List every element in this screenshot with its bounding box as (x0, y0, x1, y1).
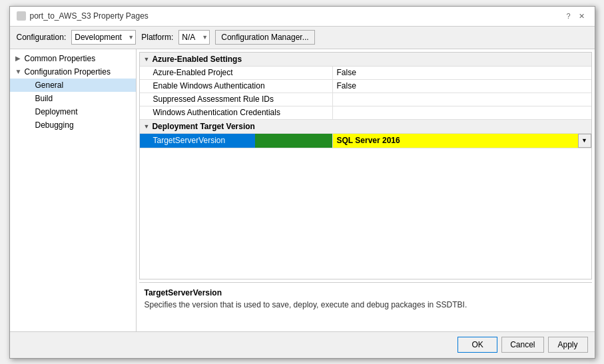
deployment-version-title: Deployment Target Version (152, 122, 254, 131)
cancel-button[interactable]: Cancel (501, 337, 543, 353)
table-row: Suppressed Assessment Rule IDs (140, 93, 591, 106)
table-row: Azure-Enabled Project False (140, 67, 591, 80)
table-row: Enable Windows Authentication False (140, 80, 591, 93)
title-bar: port_to_AWS_S3 Property Pages ? ✕ (10, 7, 595, 27)
prop-value-auth-credentials[interactable] (333, 106, 591, 119)
description-panel: TargetServerVersion Specifies the versio… (139, 282, 592, 329)
title-bar-controls: ? ✕ (563, 11, 588, 21)
target-server-value-cell[interactable]: SQL Server 2016 (333, 134, 578, 148)
config-manager-button[interactable]: Configuration Manager... (215, 30, 314, 45)
target-server-dropdown-arrow[interactable]: ▼ (578, 134, 591, 148)
property-pages-dialog: port_to_AWS_S3 Property Pages ? ✕ Config… (9, 6, 595, 359)
platform-select[interactable]: N/A (178, 30, 210, 45)
footer: OK Cancel Apply (10, 331, 595, 358)
target-server-name-text: TargetServerVersion (153, 136, 226, 145)
common-properties-expand-icon: ▶ (15, 55, 22, 62)
sidebar-item-deployment[interactable]: Deployment (10, 105, 136, 118)
target-server-value-text: SQL Server 2016 (334, 136, 577, 145)
apply-button[interactable]: Apply (548, 337, 588, 353)
deployment-collapse-icon[interactable]: ▼ (144, 123, 150, 130)
sidebar-item-build[interactable]: Build (10, 92, 136, 105)
sidebar-item-label-common-properties: Common Properties (25, 54, 96, 63)
ok-button[interactable]: OK (457, 337, 497, 353)
description-title: TargetServerVersion (145, 288, 587, 297)
sidebar-item-common-properties[interactable]: ▶Common Properties (10, 52, 136, 65)
platform-select-wrapper: N/A ▼ (178, 30, 210, 45)
deployment-version-header: ▼ Deployment Target Version (140, 120, 591, 134)
dialog-title: port_to_AWS_S3 Property Pages (30, 11, 149, 21)
config-select-wrapper: Development ▼ (71, 30, 136, 45)
prop-value-windows-auth[interactable]: False (333, 80, 591, 92)
target-server-row: TargetServerVersion SQL Server 2016 ▼ (140, 134, 591, 148)
prop-name-assessment: Suppressed Assessment Rule IDs (140, 93, 333, 106)
azure-settings-title: Azure-Enabled Settings (152, 55, 242, 64)
sidebar-item-general[interactable]: General (10, 79, 136, 92)
properties-table: ▼ Azure-Enabled Settings Azure-Enabled P… (139, 52, 592, 279)
sidebar-item-debugging[interactable]: Debugging (10, 118, 136, 132)
main-content: ▶Common Properties▼Configuration Propert… (10, 49, 595, 331)
prop-name-auth-credentials: Windows Authentication Credentials (140, 106, 333, 119)
properties-panel: ▼ Azure-Enabled Settings Azure-Enabled P… (137, 49, 595, 331)
platform-label: Platform: (141, 33, 173, 42)
description-text: Specifies the version that is used to sa… (145, 300, 587, 309)
target-server-name[interactable]: TargetServerVersion (140, 134, 333, 148)
config-select[interactable]: Development (71, 30, 136, 45)
sidebar-item-label-general: General (35, 81, 64, 90)
help-button[interactable]: ? (563, 11, 575, 21)
prop-value-azure-project[interactable]: False (333, 67, 591, 79)
config-bar: Configuration: Development ▼ Platform: N… (10, 27, 595, 49)
sidebar: ▶Common Properties▼Configuration Propert… (10, 49, 137, 331)
dialog-icon (17, 11, 26, 21)
sidebar-item-label-deployment: Deployment (35, 107, 78, 116)
prop-value-assessment[interactable] (333, 93, 591, 106)
configuration-properties-expand-icon: ▼ (15, 68, 22, 75)
prop-name-windows-auth: Enable Windows Authentication (140, 80, 333, 92)
prop-name-azure-project: Azure-Enabled Project (140, 67, 333, 79)
sidebar-item-label-debugging: Debugging (35, 120, 74, 130)
azure-settings-header: ▼ Azure-Enabled Settings (140, 53, 591, 67)
title-bar-left: port_to_AWS_S3 Property Pages (17, 11, 149, 21)
sidebar-item-label-configuration-properties: Configuration Properties (25, 67, 111, 77)
close-button[interactable]: ✕ (576, 11, 588, 21)
table-row: Windows Authentication Credentials (140, 106, 591, 120)
sidebar-item-configuration-properties[interactable]: ▼Configuration Properties (10, 65, 136, 79)
azure-collapse-icon[interactable]: ▼ (144, 56, 150, 63)
sidebar-item-label-build: Build (35, 94, 53, 103)
config-label: Configuration: (17, 33, 67, 42)
